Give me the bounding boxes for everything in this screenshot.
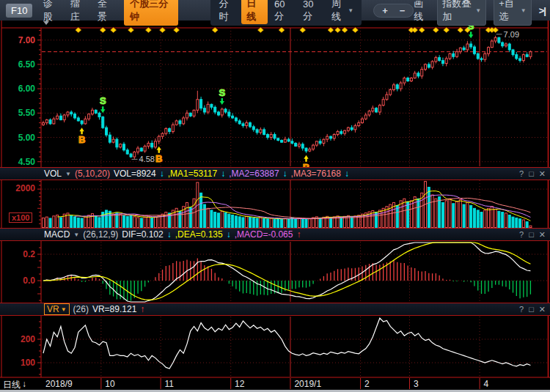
volume-bar	[59, 218, 62, 228]
candle-body	[59, 116, 62, 119]
stock-three-minutes-button[interactable]: 个股三分钟	[124, 0, 178, 26]
volume-bar	[238, 217, 241, 228]
candle-body	[95, 110, 97, 113]
maximize-icon[interactable]: □	[529, 169, 534, 179]
candle-body	[505, 44, 507, 46]
volume-bar	[505, 213, 507, 228]
candle-body	[337, 132, 339, 135]
down-arrow-icon: ↓	[283, 169, 287, 179]
zoom-out-button[interactable]: −	[400, 5, 406, 16]
candle-body	[74, 114, 76, 118]
stock-chart-app: F10 诊股 擂庄 全景 个股三分钟 分时 日线 60分 30分 周线 ▼ + …	[0, 0, 550, 392]
tab-weekly[interactable]: 周线 ▼	[326, 0, 359, 24]
price-label-450: 4.50	[0, 157, 35, 167]
volume-bar	[488, 208, 490, 227]
candle-body	[463, 48, 465, 50]
help-icon[interactable]: ?	[519, 305, 524, 314]
leizhuang-button[interactable]: 擂庄	[70, 0, 87, 23]
volume-bar	[151, 218, 153, 227]
volume-bar	[122, 215, 125, 227]
candle-body	[508, 44, 510, 50]
volume-bar	[256, 218, 258, 228]
price-label-600: 6.00	[0, 84, 35, 94]
tab-fenshi[interactable]: 分时	[213, 0, 240, 24]
period-mode-label[interactable]: 日线 ↓	[3, 379, 26, 391]
candle-body	[197, 100, 199, 111]
candle-body	[295, 143, 297, 146]
tab-daily[interactable]: 日线	[241, 0, 268, 24]
candle-body	[456, 52, 458, 57]
candle-body	[154, 141, 156, 147]
signal-diamond-icon	[342, 28, 348, 33]
vol-indicator-dropdown[interactable]: VOL	[44, 169, 62, 179]
close-icon[interactable]: ✕	[539, 169, 546, 179]
add-watchlist-dropdown[interactable]: +自选 ▼	[494, 0, 532, 26]
candle-body	[491, 41, 493, 48]
volume-bar	[484, 210, 486, 228]
macd-line	[43, 243, 530, 302]
signal-diamond-icon	[444, 28, 450, 33]
panorama-button[interactable]: 全景	[98, 0, 114, 23]
candle-body	[224, 109, 227, 112]
volume-bar	[319, 218, 321, 227]
candle-body	[203, 108, 205, 112]
vol-ma2-value: ,MA2=63887	[229, 169, 279, 179]
volume-bar	[281, 219, 283, 227]
candle-body	[67, 112, 69, 115]
f10-button[interactable]: F10	[6, 4, 32, 18]
signal-diamond-icon	[458, 28, 463, 33]
candle-body	[498, 37, 500, 42]
chevron-down-icon: ▼	[73, 232, 79, 238]
candle-body	[81, 121, 83, 124]
candle-body	[445, 59, 447, 64]
period-mode-text: 日线	[3, 379, 21, 391]
close-icon[interactable]: ✕	[539, 230, 546, 240]
buy-marker: B	[78, 134, 85, 145]
signal-diamond-icon	[128, 28, 134, 33]
candle-body	[122, 144, 125, 150]
candle-body	[435, 58, 437, 62]
candle-body	[347, 127, 349, 130]
macd-indicator-dropdown[interactable]: MACD	[44, 229, 70, 240]
zoom-pill: + −	[373, 4, 414, 18]
vol-params: (5,10,20)	[75, 169, 110, 179]
volume-bar	[45, 217, 48, 227]
index-overlay-dropdown[interactable]: 指数叠加 ▼	[437, 0, 486, 26]
volume-bar	[137, 218, 139, 228]
help-icon[interactable]: ?	[519, 169, 524, 179]
stock-diagnosis-button[interactable]: 诊股	[43, 0, 59, 23]
candle-body	[277, 138, 279, 141]
chart-canvas[interactable]: 2018/91011122019/1234BSBSBS4.587.09	[0, 0, 550, 392]
sell-arrow-icon	[220, 98, 224, 105]
macd-panel-header: MACD ▼ (26,12,9) DIF=0.102 ↓ ,DEA=0.135 …	[0, 228, 550, 241]
tab-30min[interactable]: 30分	[298, 0, 325, 23]
candle-body	[232, 116, 234, 118]
volume-bar	[329, 218, 331, 228]
draw-line-button[interactable]: 画线	[414, 0, 430, 23]
candle-body	[43, 123, 45, 125]
up-arrow-icon: ↑	[140, 304, 144, 314]
vr-scale-100: 100	[0, 358, 35, 368]
collapse-panel-icon[interactable]: >|	[539, 5, 546, 16]
candle-body	[266, 135, 268, 138]
candle-body	[53, 119, 55, 124]
candle-body	[298, 144, 300, 147]
candle-body	[441, 61, 444, 64]
volume-bar	[154, 217, 156, 228]
close-icon[interactable]: ✕	[539, 305, 546, 314]
macd-hist-value: ,MACD=-0.065	[235, 229, 293, 240]
vr-indicator-dropdown[interactable]: VR ▼	[44, 303, 70, 315]
candle-body	[522, 55, 524, 61]
tab-60min[interactable]: 60分	[269, 0, 296, 23]
chevron-down-icon: ▼	[521, 7, 527, 14]
candle-body	[63, 115, 65, 120]
candle-body	[488, 48, 490, 54]
maximize-icon[interactable]: □	[529, 230, 534, 240]
zoom-in-button[interactable]: +	[382, 5, 388, 16]
maximize-icon[interactable]: □	[529, 305, 534, 314]
volume-bar	[417, 199, 419, 227]
candle-body	[137, 148, 139, 152]
help-icon[interactable]: ?	[519, 230, 524, 240]
down-arrow-icon: ↓	[22, 379, 26, 391]
volume-bar	[98, 218, 100, 228]
